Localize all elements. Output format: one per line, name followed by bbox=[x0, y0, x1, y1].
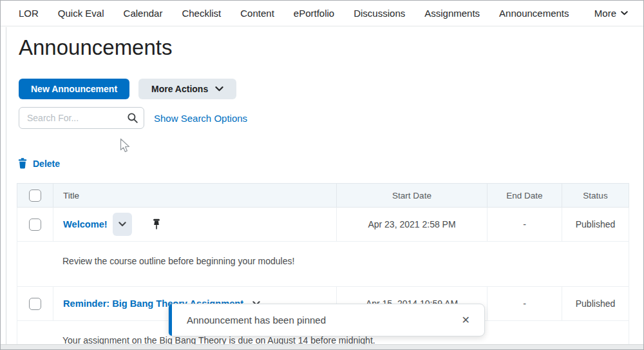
select-all-checkbox[interactable] bbox=[29, 190, 41, 202]
nav-more-label: More bbox=[594, 8, 616, 19]
more-actions-label: More Actions bbox=[151, 84, 208, 94]
search-box bbox=[19, 107, 144, 129]
chevron-down-icon bbox=[215, 86, 223, 92]
row-checkbox[interactable] bbox=[29, 298, 41, 310]
page-content: Announcements New Announcement More Acti… bbox=[6, 27, 643, 344]
new-announcement-button[interactable]: New Announcement bbox=[19, 79, 129, 99]
nav-item-assignments[interactable]: Assignments bbox=[424, 8, 480, 19]
nav-item-checklist[interactable]: Checklist bbox=[182, 8, 221, 19]
chevron-down-icon bbox=[621, 11, 628, 15]
table-header-row: Title Start Date End Date Status bbox=[17, 184, 629, 208]
toolbar: New Announcement More Actions bbox=[19, 79, 643, 99]
toast-accent-bar bbox=[169, 304, 172, 336]
nav-item-quick-eval[interactable]: Quick Eval bbox=[58, 8, 104, 19]
column-header-title: Title bbox=[53, 184, 337, 208]
column-header-start-date: Start Date bbox=[337, 184, 488, 208]
nav-item-eportfolio[interactable]: ePortfolio bbox=[294, 8, 334, 19]
more-actions-button[interactable]: More Actions bbox=[138, 79, 236, 99]
nav-item-lor[interactable]: LOR bbox=[19, 8, 39, 19]
status-value: Published bbox=[562, 208, 629, 242]
announcement-actions-dropdown[interactable] bbox=[113, 213, 132, 236]
trash-icon bbox=[18, 158, 27, 169]
nav-item-calendar[interactable]: Calendar bbox=[124, 8, 163, 19]
announcement-description-row: Review the course outline before beginni… bbox=[17, 242, 629, 287]
announcement-link[interactable]: Welcome! bbox=[63, 219, 108, 229]
page-title: Announcements bbox=[19, 35, 643, 60]
toast-close-button[interactable]: ✕ bbox=[462, 315, 470, 326]
show-search-options-link[interactable]: Show Search Options bbox=[154, 113, 247, 124]
end-date-value: - bbox=[488, 287, 562, 321]
toast-notification: Announcement has been pinned ✕ bbox=[168, 304, 485, 336]
end-date-value: - bbox=[488, 208, 562, 242]
start-date-value: Apr 23, 2021 2:58 PM bbox=[337, 208, 488, 242]
nav-item-more[interactable]: More bbox=[594, 8, 628, 19]
search-input[interactable] bbox=[19, 107, 144, 129]
course-navbar: LOR Quick Eval Calendar Checklist Conten… bbox=[1, 1, 643, 26]
nav-item-discussions[interactable]: Discussions bbox=[354, 8, 405, 19]
announcement-description: Review the course outline before beginni… bbox=[17, 242, 629, 287]
app-window: LOR Quick Eval Calendar Checklist Conten… bbox=[0, 0, 644, 350]
column-header-end-date: End Date bbox=[488, 184, 562, 208]
chevron-down-icon bbox=[118, 222, 126, 227]
table-row: Welcome! bbox=[17, 208, 629, 242]
search-row: Show Search Options bbox=[19, 107, 643, 129]
delete-action[interactable]: Delete bbox=[18, 158, 60, 169]
search-icon[interactable] bbox=[127, 112, 138, 124]
row-checkbox[interactable] bbox=[29, 219, 41, 231]
status-value: Published bbox=[562, 287, 629, 321]
nav-item-announcements[interactable]: Announcements bbox=[499, 8, 569, 19]
nav-item-content[interactable]: Content bbox=[240, 8, 274, 19]
pin-icon bbox=[151, 219, 162, 230]
toast-message: Announcement has been pinned bbox=[187, 315, 326, 326]
bottom-scrollbar-track bbox=[1, 344, 643, 349]
delete-label: Delete bbox=[33, 159, 60, 169]
column-header-status: Status bbox=[562, 184, 629, 208]
